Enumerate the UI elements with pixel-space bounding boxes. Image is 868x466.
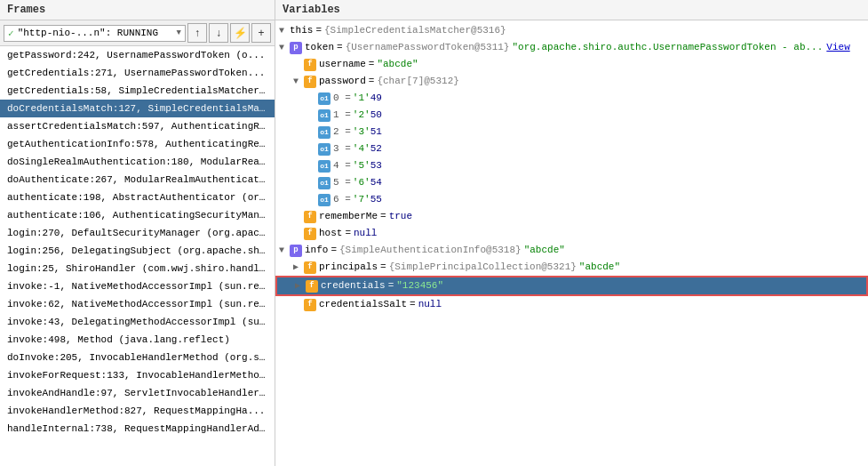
var-type: {UsernamePasswordToken@5311} (346, 40, 510, 55)
frame-item[interactable]: assertCredentialsMatch:597, Authenticati… (0, 117, 275, 135)
char-numeric-value: 49 (370, 91, 382, 106)
expand-arrow-icon[interactable] (293, 260, 304, 275)
frame-item[interactable]: doSingleRealmAuthentication:180, Modular… (0, 153, 275, 171)
frame-up-button[interactable]: ↑ (187, 23, 207, 43)
variable-row[interactable]: fhost = null (275, 225, 868, 242)
frame-item[interactable]: invokeHandlerMethod:827, RequestMappingH… (0, 402, 275, 420)
char-value: '4' (353, 141, 370, 157)
type-badge-o1: o1 (318, 160, 330, 173)
type-badge-o1: o1 (318, 92, 330, 105)
char-value: '1' (353, 91, 370, 106)
var-equals-sign: = (388, 278, 394, 293)
frame-down-button[interactable]: ↓ (209, 23, 228, 43)
char-numeric-value: 54 (370, 175, 382, 190)
variables-list: this = {SimpleCredentialsMatcher@5316} p… (275, 20, 868, 466)
frames-header: Frames (0, 0, 275, 20)
expand-arrow-icon[interactable] (293, 74, 304, 89)
variable-row[interactable]: pinfo = {SimpleAuthenticationInfo@5318} … (275, 242, 868, 259)
char-value: '3' (353, 125, 370, 140)
chevron-down-icon: ▼ (177, 28, 181, 37)
frame-item[interactable]: getPassword:242, UsernamePasswordToken (… (0, 46, 275, 64)
var-string-value: "abcde" (579, 260, 620, 275)
frame-item[interactable]: handleInternal:738, RequestMappingHandle… (0, 420, 275, 438)
var-equals-sign: = (380, 260, 386, 275)
frame-item[interactable]: invokeAndHandle:97, ServletInvocableHand… (0, 384, 275, 402)
char-numeric-value: 53 (370, 158, 382, 173)
frame-item[interactable]: doAuthenticate:267, ModularRealmAuthenti… (0, 171, 275, 189)
running-check-icon: ✓ (8, 28, 14, 39)
array-index: 3 = (333, 141, 351, 157)
variable-row[interactable]: ptoken = {UsernamePasswordToken@5311} "o… (275, 39, 868, 56)
var-keyword-value: null (354, 226, 377, 241)
variable-row[interactable]: o12 = '3'51 (275, 124, 868, 141)
char-value: '7' (353, 192, 370, 207)
frame-item[interactable]: getAuthenticationInfo:578, Authenticatin… (0, 135, 275, 153)
var-view-link[interactable]: View (826, 40, 849, 55)
var-string-value: "abcde" (377, 57, 418, 72)
array-index: 4 = (333, 158, 351, 173)
type-badge-o1: o1 (318, 143, 330, 156)
frame-item[interactable]: getCredentials:271, UsernamePasswordToke… (0, 64, 275, 82)
type-badge-o1: o1 (318, 194, 330, 206)
expand-arrow-icon[interactable] (279, 243, 290, 258)
frame-item[interactable]: doInvoke:205, InvocableHandlerMethod (or… (0, 349, 275, 366)
frame-item[interactable]: invoke:62, NativeMethodAccessorImpl (sun… (0, 295, 275, 313)
expand-arrow-icon[interactable] (295, 278, 306, 293)
expand-arrow-icon[interactable] (279, 40, 290, 55)
frame-item[interactable]: authenticate:106, AuthenticatingSecurity… (0, 206, 275, 224)
var-keyword-value: true (389, 209, 412, 224)
array-index: 1 = (333, 108, 351, 123)
var-type: {SimplePrincipalCollection@5321} (389, 260, 577, 275)
array-index: 5 = (333, 175, 351, 190)
var-string-value: "org.apache.shiro.authc.UsernamePassword… (512, 40, 823, 55)
variable-row[interactable]: fcredentials = "123456" (275, 276, 868, 296)
var-equals-sign: = (337, 40, 343, 55)
frame-item[interactable]: login:270, DefaultSecurityManager (org.a… (0, 224, 275, 242)
var-equals-sign: = (380, 209, 386, 224)
variable-row[interactable]: o10 = '1'49 (275, 90, 868, 107)
frame-item[interactable]: login:25, ShiroHandler (com.wwj.shiro.ha… (0, 260, 275, 277)
frame-item[interactable]: invoke:498, Method (java.lang.reflect) (0, 331, 275, 349)
frame-item[interactable]: invokeForRequest:133, InvocableHandlerMe… (0, 366, 275, 384)
char-numeric-value: 50 (370, 108, 382, 123)
frame-item[interactable]: doCredentialsMatch:127, SimpleCredential… (0, 100, 275, 117)
frame-thread-label: "http-nio-...n": RUNNING (18, 28, 177, 38)
frame-item[interactable]: getCredentials:58, SimpleCredentialsMatc… (0, 82, 275, 100)
char-numeric-value: 55 (370, 192, 382, 207)
type-badge-f: f (304, 76, 316, 88)
var-type: {SimpleCredentialsMatcher@5316} (324, 23, 506, 38)
frame-item[interactable]: login:256, DelegatingSubject (org.apache… (0, 242, 275, 260)
var-name: token (305, 40, 334, 55)
variable-row[interactable]: o14 = '5'53 (275, 157, 868, 174)
variable-row[interactable]: o15 = '6'54 (275, 174, 868, 191)
variable-row[interactable]: o13 = '4'52 (275, 141, 868, 157)
char-numeric-value: 51 (370, 125, 382, 140)
variable-row[interactable]: fusername = "abcde" (275, 56, 868, 73)
variables-header: Variables (275, 0, 868, 20)
variable-row[interactable]: this = {SimpleCredentialsMatcher@5316} (275, 22, 868, 39)
expand-arrow-icon[interactable] (279, 23, 290, 38)
frames-panel: Frames ✓ "http-nio-...n": RUNNING ▼ ↑ ↓ … (0, 0, 275, 466)
frame-item[interactable]: authenticate:198, AbstractAuthenticator … (0, 189, 275, 206)
array-index: 6 = (333, 192, 351, 207)
frame-item[interactable]: invoke:43, DelegatingMethodAccessorImpl … (0, 313, 275, 331)
frame-add-button[interactable]: + (251, 23, 271, 43)
frame-item[interactable]: invoke:-1, NativeMethodAccessorImpl (sun… (0, 277, 275, 295)
char-numeric-value: 52 (370, 141, 382, 157)
variable-row[interactable]: fpassword = {char[7]@5312} (275, 73, 868, 90)
var-name: credentialsSalt (319, 297, 407, 312)
char-value: '2' (353, 108, 370, 123)
frames-toolbar: ✓ "http-nio-...n": RUNNING ▼ ↑ ↓ ⚡ + (0, 20, 275, 46)
frames-list: getPassword:242, UsernamePasswordToken (… (0, 46, 275, 466)
var-name: credentials (321, 278, 386, 293)
type-badge-f: f (304, 228, 316, 240)
variable-row[interactable]: fprincipals = {SimplePrincipalCollection… (275, 259, 868, 276)
frame-thread-selector[interactable]: ✓ "http-nio-...n": RUNNING ▼ (4, 25, 186, 42)
variable-row[interactable]: fcredentialsSalt = null (275, 296, 868, 313)
array-index: 2 = (333, 125, 351, 140)
var-name: this (290, 23, 313, 38)
variable-row[interactable]: frememberMe = true (275, 208, 868, 225)
variable-row[interactable]: o16 = '7'55 (275, 191, 868, 208)
frame-filter-button[interactable]: ⚡ (230, 23, 250, 43)
variable-row[interactable]: o11 = '2'50 (275, 107, 868, 124)
